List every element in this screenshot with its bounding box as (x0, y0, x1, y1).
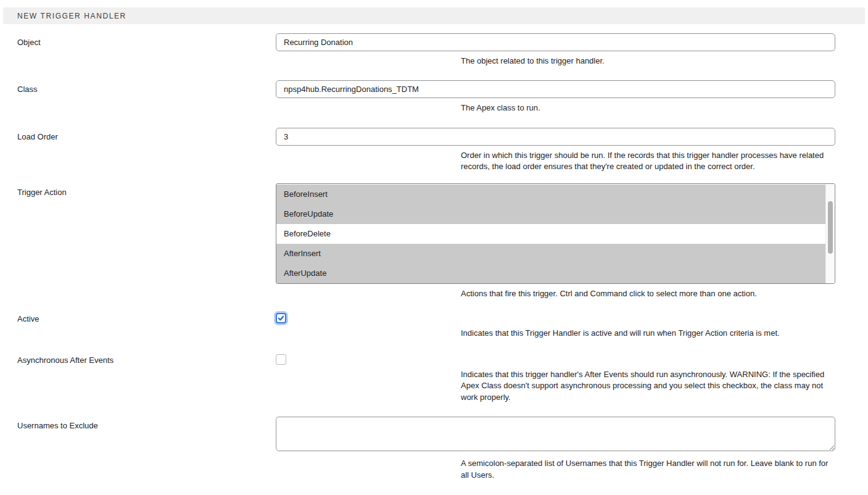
async-after-events-label: Asynchronous After Events (0, 351, 276, 403)
object-field-row: Object The object related to this trigge… (0, 33, 868, 67)
class-field-row: Class The Apex class to run. (0, 80, 868, 114)
listbox-scrollbar-thumb[interactable] (828, 201, 833, 254)
load-order-input[interactable] (276, 128, 835, 146)
async-after-events-checkbox[interactable] (276, 354, 286, 365)
checkmark-icon (278, 315, 284, 322)
section-header: NEW TRIGGER HANDLER (3, 7, 865, 24)
active-field-row: Active Indicates that this Trigger Handl… (0, 310, 868, 339)
trigger-action-option[interactable]: AfterUpdate (276, 264, 825, 283)
trigger-action-field-row: Trigger Action BeforeInsertBeforeUpdateB… (0, 183, 868, 299)
trigger-action-help-text: Actions that fire this trigger. Ctrl and… (461, 288, 835, 299)
object-help-text: The object related to this trigger handl… (461, 56, 835, 67)
trigger-action-option[interactable]: BeforeDelete (276, 224, 825, 244)
load-order-field-row: Load Order Order in which this trigger s… (0, 128, 868, 173)
usernames-to-exclude-field-row: Usernames to Exclude A semicolon-separat… (0, 417, 868, 481)
active-checkbox[interactable] (276, 313, 286, 323)
new-trigger-handler-form: Object The object related to this trigge… (0, 24, 868, 495)
active-help-text: Indicates that this Trigger Handler is a… (461, 328, 835, 339)
trigger-action-option[interactable]: AfterInsert (276, 244, 825, 264)
usernames-to-exclude-textarea[interactable] (276, 417, 835, 451)
trigger-action-option[interactable]: BeforeInsert (276, 185, 825, 204)
usernames-to-exclude-label: Usernames to Exclude (0, 417, 276, 481)
page-title: NEW TRIGGER HANDLER (3, 12, 126, 20)
async-after-events-help-text: Indicates that this trigger handler's Af… (461, 369, 835, 403)
class-help-text: The Apex class to run. (461, 102, 835, 114)
load-order-label: Load Order (0, 128, 276, 173)
object-input[interactable] (276, 33, 835, 51)
async-after-events-field-row: Asynchronous After Events Indicates that… (0, 351, 868, 403)
usernames-to-exclude-help-text: A semicolon-separated list of Usernames … (461, 458, 835, 481)
listbox-scrollbar-track[interactable] (825, 184, 835, 283)
object-label: Object (0, 33, 276, 67)
trigger-action-listbox[interactable]: BeforeInsertBeforeUpdateBeforeDeleteAfte… (276, 183, 835, 284)
trigger-action-label: Trigger Action (0, 183, 276, 299)
trigger-action-option[interactable]: BeforeUpdate (276, 204, 825, 224)
class-input[interactable] (276, 80, 835, 98)
class-label: Class (0, 80, 276, 114)
load-order-help-text: Order in which this trigger should be ru… (461, 150, 835, 173)
active-label: Active (0, 310, 276, 339)
